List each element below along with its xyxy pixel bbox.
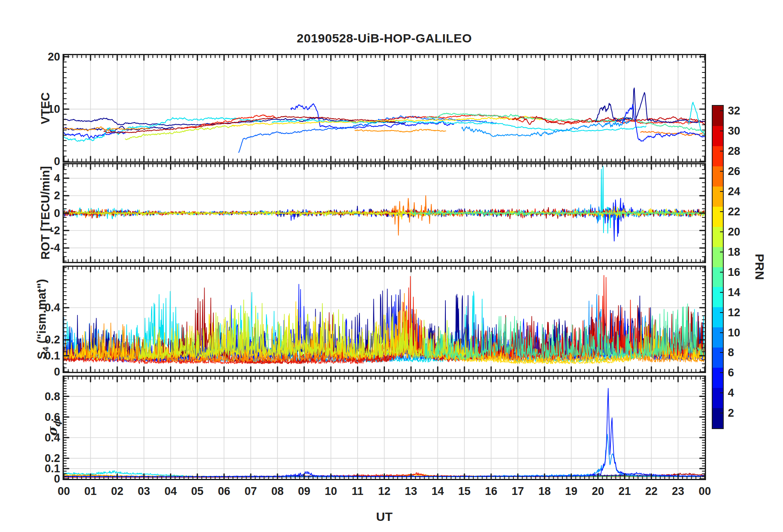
colorbar-tick-label: 16: [728, 266, 757, 278]
x-tick-label: 04: [156, 485, 185, 498]
colorbar-tick-label: 4: [728, 387, 757, 399]
x-tick-label: 00: [49, 485, 78, 498]
rot-panel: [63, 163, 706, 263]
sigphi-ytick-label: 0.4: [15, 432, 60, 444]
colorbar-tick-mark: [720, 151, 723, 152]
s4-ytick-label: 0.4: [15, 301, 60, 314]
colorbar-tick-label: 28: [728, 145, 757, 157]
colorbar-tick-mark: [720, 211, 723, 212]
colorbar-tick-label: 2: [728, 407, 757, 419]
colorbar-tick-label: 24: [728, 185, 757, 198]
rot-ytick-label: -2: [15, 224, 60, 237]
colorbar-tick-mark: [720, 252, 723, 252]
colorbar-tick-mark: [720, 312, 723, 313]
prn-colorbar: [712, 105, 724, 429]
colorbar-tick-mark: [720, 372, 723, 373]
rot-ytick-label: 2: [15, 189, 60, 202]
x-tick-label: 08: [263, 485, 292, 498]
colorbar-tick-label: 14: [728, 286, 757, 299]
sigphi-ytick-label: 0.6: [15, 411, 60, 423]
chart-title: 20190528-UiB-HOP-GALILEO: [62, 31, 707, 45]
s4-ytick-label: 0.2: [15, 334, 60, 346]
x-axis-label: UT: [62, 510, 707, 524]
colorbar-tick-label: 30: [728, 125, 757, 137]
vtec-plot-canvas: [64, 55, 705, 161]
x-tick-label: 05: [183, 485, 212, 498]
x-tick-label: 23: [664, 485, 692, 498]
x-tick-label: 15: [450, 485, 479, 498]
x-tick-label: 16: [477, 485, 506, 498]
colorbar-tick-mark: [720, 272, 723, 273]
colorbar-tick-mark: [720, 110, 723, 111]
x-tick-label: 17: [503, 485, 532, 498]
x-tick-label: 22: [637, 485, 666, 498]
x-tick-label: 20: [584, 485, 613, 498]
vtec-ytick-label: 10: [15, 103, 60, 115]
sigma-phi-plot-canvas: [64, 377, 705, 479]
colorbar-tick-mark: [720, 171, 723, 172]
rot-ytick-label: 4: [15, 172, 60, 184]
colorbar-tick-mark: [720, 131, 723, 131]
x-tick-label: 10: [317, 485, 345, 498]
s4-panel: [63, 266, 706, 373]
x-tick-label: 12: [370, 485, 399, 498]
x-tick-label: 14: [423, 485, 452, 498]
vtec-panel: [63, 54, 706, 163]
colorbar-tick-mark: [720, 231, 723, 232]
x-tick-label: 13: [396, 485, 425, 498]
s4-ytick-label: 0: [15, 366, 60, 378]
x-tick-label: 09: [290, 485, 319, 498]
s4-axis-label: S4 ("ism.mat"): [35, 279, 51, 359]
rot-ytick-label: -4: [15, 242, 60, 254]
figure-root: 20190528-UiB-HOP-GALILEO VTEC ROT [TECU/…: [0, 0, 783, 532]
colorbar-tick-label: 22: [728, 205, 757, 218]
x-tick-label: 11: [343, 485, 372, 498]
colorbar-tick-label: 18: [728, 246, 757, 258]
s4-ytick-label: 0.1: [15, 350, 60, 362]
vtec-ytick-label: 20: [15, 51, 60, 63]
x-tick-label: 02: [103, 485, 132, 498]
colorbar-tick-label: 32: [728, 105, 757, 117]
colorbar-tick-label: 10: [728, 327, 757, 339]
colorbar-tick-mark: [720, 292, 723, 293]
sigphi-ytick-label: 0.2: [15, 452, 60, 464]
colorbar-tick-mark: [720, 332, 723, 333]
x-tick-label: 06: [210, 485, 238, 498]
rot-plot-canvas: [64, 164, 705, 262]
colorbar-tick-label: 12: [728, 306, 757, 319]
sigphi-ytick-label: 0.8: [15, 390, 60, 403]
x-tick-label: 21: [610, 485, 639, 498]
x-tick-label: 07: [236, 485, 265, 498]
x-tick-label: 01: [76, 485, 105, 498]
s4-plot-canvas: [64, 267, 705, 372]
colorbar-tick-label: 6: [728, 366, 757, 379]
colorbar-tick-label: 26: [728, 165, 757, 177]
sigma-phi-panel: [63, 376, 706, 480]
colorbar-tick-mark: [720, 392, 723, 393]
vtec-ytick-label: 0: [15, 155, 60, 168]
colorbar-tick-mark: [720, 191, 723, 192]
x-tick-label: 00: [690, 485, 719, 498]
colorbar-tick-label: 20: [728, 226, 757, 238]
colorbar-tick-label: 8: [728, 346, 757, 359]
x-tick-label: 19: [557, 485, 586, 498]
rot-ytick-label: 0: [15, 207, 60, 219]
x-tick-label: 18: [530, 485, 559, 498]
colorbar-tick-mark: [720, 413, 723, 413]
x-tick-label: 03: [130, 485, 158, 498]
colorbar-tick-mark: [720, 352, 723, 353]
